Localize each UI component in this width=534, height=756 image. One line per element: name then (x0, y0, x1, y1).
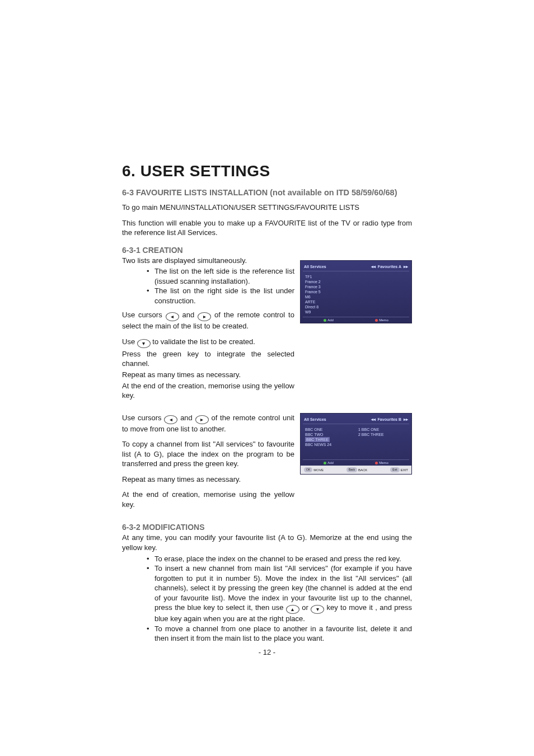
list-item: 2 BBC THREE (358, 432, 408, 437)
creation-green-key: Press the green key to integrate the sel… (122, 349, 294, 369)
creation-intro: Two lists are displayed simultaneously. (122, 256, 294, 266)
ui-screenshot-favourites-a: All Services ◂◂ Favourites A ▸▸ TF1 Fran… (300, 260, 412, 324)
right-arrow-icon: ▸ (195, 415, 209, 424)
ui-arrow-right-icon: ▸▸ (404, 264, 408, 269)
creation-bullets: The list on the left side is the referen… (122, 266, 294, 306)
list-item: France 3 (305, 284, 355, 289)
text-fragment: Use (122, 337, 137, 346)
modifications-intro: At any time, you can modify your favouri… (122, 533, 412, 552)
right-arrow-icon: ▸ (198, 312, 211, 321)
intro-paragraph: This function will enable you to make up… (122, 218, 412, 238)
list-item: To erase, place the index on the channel… (147, 554, 412, 564)
ui-hint-bar: OKMOVE BackBACK ExitEXIT (301, 466, 411, 474)
text-fragment: Use cursors (122, 414, 164, 422)
section-subtitle: 6-3 FAVOURITE LISTS INSTALLATION (not av… (122, 188, 412, 197)
modifications-bullets: To erase, place the index on the channel… (122, 554, 412, 644)
left-arrow-icon: ◂ (164, 415, 177, 424)
text-fragment: and (182, 311, 198, 319)
left-arrow-icon: ◂ (166, 312, 179, 321)
creation-cursor-line: Use cursors ◂ and ▸ of the remote contro… (122, 310, 294, 331)
ui-foot-add: Add (324, 461, 334, 464)
list-item: To move a channel from one place to anot… (147, 624, 412, 644)
section-heading-modifications: 6-3-2 MODIFICATIONS (122, 523, 412, 532)
ui-right-list (356, 273, 409, 316)
list-item: ARTE (305, 299, 355, 304)
list-item: Direct 8 (305, 304, 355, 309)
creation-repeat: Repeat as many times as necessary. (122, 370, 294, 380)
ui-arrow-right-icon: ▸▸ (404, 417, 408, 422)
down-arrow-icon: ▾ (311, 605, 324, 614)
ui-left-title: All Services (304, 417, 326, 421)
list-item: W9 (305, 309, 355, 314)
back-pill-icon: Back (346, 467, 357, 472)
list-item: The list on the right side is the list u… (147, 286, 294, 306)
page-title: 6. USER SETTINGS (122, 162, 412, 180)
text-fragment: Use cursors (122, 311, 166, 319)
ui-arrow-left-icon: ◂◂ (371, 417, 376, 422)
ui-foot-memo: Memo (375, 318, 388, 322)
ui-foot-add: Add (324, 318, 334, 322)
ui-right-title: Favourites B (378, 417, 401, 421)
ui-right-title: Favourites A (378, 265, 401, 269)
list-item: 1 BBC ONE (358, 427, 408, 432)
creation-memorise: At the end of the creation, memorise usi… (122, 381, 294, 401)
list-item: M6 (305, 294, 355, 299)
list-item: BBC TWO (305, 432, 355, 437)
cursor-move-line: Use cursors ◂ and ▸ of the remote contro… (122, 413, 294, 434)
nav-path: To go main MENU/INSTALLATION/USER SETTIN… (122, 203, 412, 213)
list-item: BBC NEWS 24 (305, 442, 355, 447)
list-item: France 2 (305, 279, 355, 284)
list-item: To insert a new channel from main list "… (147, 564, 412, 624)
repeat-line-2: Repeat as many times as necessary. (122, 475, 294, 485)
screenshot-col-1: All Services ◂◂ Favourites A ▸▸ TF1 Fran… (300, 256, 412, 324)
ui-right-list: 1 BBC ONE 2 BBC THREE (356, 426, 409, 458)
ui-screenshot-favourites-b: All Services ◂◂ Favourites B ▸▸ BBC ONE … (300, 413, 412, 475)
ui-left-list: BBC ONE BBC TWO BBC THREE BBC NEWS 24 (303, 426, 356, 458)
copy-row: Use cursors ◂ and ▸ of the remote contro… (122, 413, 412, 515)
creation-text-col: Two lists are displayed simultaneously. … (122, 256, 294, 406)
list-item: The list on the left side is the referen… (147, 266, 294, 286)
ok-pill-icon: OK (304, 467, 312, 472)
copy-text-col: Use cursors ◂ and ▸ of the remote contro… (122, 413, 294, 515)
ui-foot-memo: Memo (375, 461, 388, 464)
screenshot-col-2: All Services ◂◂ Favourites B ▸▸ BBC ONE … (300, 413, 412, 475)
up-arrow-icon: ▴ (286, 605, 299, 614)
list-item: France 5 (305, 289, 355, 294)
down-arrow-icon: ▾ (137, 339, 151, 348)
list-item: TF1 (305, 274, 355, 279)
text-fragment: or (302, 603, 311, 612)
copy-channel-line: To copy a channel from list "All service… (122, 439, 294, 469)
creation-row: Two lists are displayed simultaneously. … (122, 256, 412, 406)
list-item: BBC ONE (305, 427, 355, 432)
text-fragment: to validate the list to be created. (152, 337, 255, 346)
list-item-selected: BBC THREE (305, 437, 330, 442)
exit-pill-icon: Exit (390, 467, 399, 472)
ui-arrow-left-icon: ◂◂ (371, 264, 376, 269)
page-number: - 12 - (122, 648, 412, 656)
text-fragment: and (180, 414, 195, 422)
section-heading-creation: 6-3-1 CREATION (122, 246, 412, 255)
creation-validate-line: Use ▾ to validate the list to be created… (122, 337, 294, 348)
ui-left-list: TF1 France 2 France 3 France 5 M6 ARTE D… (303, 273, 356, 316)
document-page: 6. USER SETTINGS 6-3 FAVOURITE LISTS INS… (0, 0, 534, 756)
memorise-line-2: At the end of creation, memorise using t… (122, 490, 294, 509)
ui-left-title: All Services (304, 265, 326, 269)
